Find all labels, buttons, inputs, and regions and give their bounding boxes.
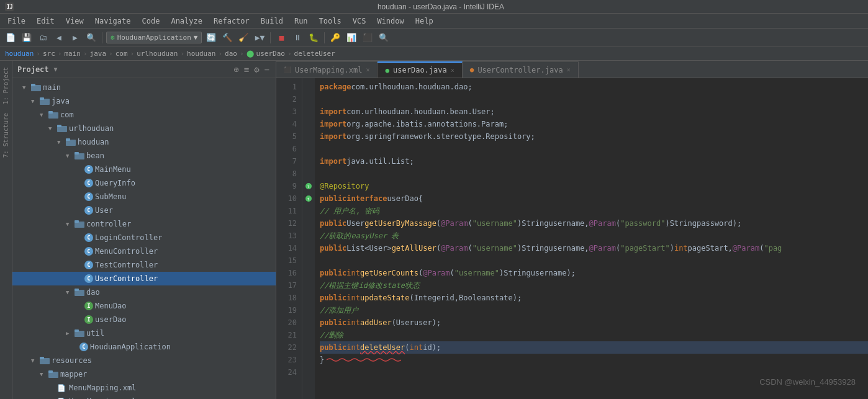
gutter-bookmark-10[interactable]: ↑ xyxy=(302,192,315,205)
breadcrumb-main[interactable]: main xyxy=(64,50,81,58)
toolbar-coverage-btn[interactable]: 📊 xyxy=(345,31,358,45)
tree-item-mapper[interactable]: ▼ mapper xyxy=(12,367,276,381)
panel-locate-btn[interactable]: ⊕ xyxy=(232,65,240,74)
toolbar-debug-btn[interactable]: 🐛 xyxy=(307,31,320,45)
tree-item-main[interactable]: ▼ main xyxy=(12,81,276,94)
tab-usercontroller[interactable]: ● UserController.java × xyxy=(463,61,579,78)
toolbar-back-btn[interactable]: ◀ xyxy=(52,31,66,45)
tree-item-houduanapp[interactable]: C HouduanApplication xyxy=(12,340,276,354)
tree-item-util[interactable]: ▶ util xyxy=(12,326,276,340)
toolbar-new-btn[interactable]: 📄 xyxy=(4,31,17,45)
icon-menucontroller: C xyxy=(84,247,93,256)
tab-usermapping[interactable]: ⬛ UserMapping.xml × xyxy=(276,61,377,78)
code-line-2 xyxy=(320,93,868,105)
toolbar-stop-btn[interactable]: ■ xyxy=(274,31,288,45)
tree-item-mainmenu[interactable]: C MainMenu xyxy=(12,163,276,176)
menu-run[interactable]: Run xyxy=(289,16,313,27)
tab-userdao[interactable]: ● userDao.java × xyxy=(377,61,462,78)
menu-refactor[interactable]: Refactor xyxy=(209,16,255,27)
tree-item-dao[interactable]: ▼ dao xyxy=(12,285,276,299)
code-line-6 xyxy=(320,143,868,155)
tab-icon-userdao: ● xyxy=(385,66,389,74)
breadcrumb-dao[interactable]: dao xyxy=(225,50,237,58)
tab-close-userdao[interactable]: × xyxy=(451,67,454,74)
breadcrumb-src[interactable]: src xyxy=(43,50,55,58)
sidebar-tab-structure[interactable]: 7: Structure xyxy=(1,109,11,161)
tree-item-com[interactable]: ▼ com xyxy=(12,108,276,122)
menu-analyze[interactable]: Analyze xyxy=(166,16,207,27)
menu-vcs[interactable]: VCS xyxy=(348,16,371,27)
icon-testcontroller: C xyxy=(84,261,93,269)
tab-label-usercontroller: UserController.java xyxy=(477,66,563,74)
tree-item-urlhouduan[interactable]: ▼ urlhouduan xyxy=(12,122,276,135)
toolbar-key-btn[interactable]: 🔑 xyxy=(328,31,342,45)
tree-item-submenu[interactable]: C SubMenu xyxy=(12,190,276,204)
breadcrumb-houduan[interactable]: houduan xyxy=(5,50,34,58)
menu-tools[interactable]: Tools xyxy=(314,16,346,27)
tree-item-queryinfo[interactable]: C QueryInfo xyxy=(12,176,276,190)
toolbar-build2-btn[interactable]: 🔨 xyxy=(220,31,234,45)
menu-window[interactable]: Window xyxy=(372,16,409,27)
tree-item-userdao[interactable]: I userDao xyxy=(12,313,276,326)
tree-item-controller[interactable]: ▼ controller xyxy=(12,217,276,231)
menu-edit[interactable]: Edit xyxy=(32,16,60,27)
panel-sort-btn[interactable]: ≡ xyxy=(243,65,250,74)
tree-label-queryinfo: QueryInfo xyxy=(95,179,135,187)
tree-item-logincontroller[interactable]: C LoginController xyxy=(12,231,276,244)
tree-item-testcontroller[interactable]: C TestController xyxy=(12,258,276,272)
toolbar-find-btn[interactable]: 🔍 xyxy=(84,31,98,45)
toolbar-forward-btn[interactable]: ▶ xyxy=(68,31,82,45)
svg-rect-7 xyxy=(48,111,53,114)
code-editor[interactable]: 1 2 3 4 5 6 7 8 9 10 11 12 13 14 15 16 1… xyxy=(276,78,868,399)
panel-minimize-btn[interactable]: − xyxy=(263,65,271,74)
tree-item-resources[interactable]: ▼ resources xyxy=(12,354,276,367)
tree-item-usermapping[interactable]: 📄 UserMapping.xml xyxy=(12,395,276,399)
breadcrumb-userdao[interactable]: ⬤ xyxy=(246,50,254,58)
tree-item-bean[interactable]: ▼ bean xyxy=(12,149,276,163)
breadcrumb-com[interactable]: com xyxy=(115,50,128,58)
gutter-bookmark-9[interactable]: ↑ xyxy=(302,180,315,192)
breadcrumb-urlhouduan[interactable]: urlhouduan xyxy=(137,50,178,58)
panel-settings-btn[interactable]: ⚙ xyxy=(253,65,260,74)
tab-close-usermapping[interactable]: × xyxy=(366,66,369,73)
breadcrumb-userdao-label[interactable]: userDao xyxy=(256,50,285,58)
tree-item-usercontroller[interactable]: C UserController xyxy=(12,272,276,285)
code-content[interactable]: package com.urlhouduan.houduan.dao; impo… xyxy=(315,78,868,399)
tab-close-usercontroller[interactable]: × xyxy=(567,66,571,73)
breadcrumb-java[interactable]: java xyxy=(90,50,107,58)
toolbar-app-dropdown[interactable]: ⚙ HouduanApplication ▼ xyxy=(106,32,202,43)
tree-item-menucontroller[interactable]: C MenuController xyxy=(12,244,276,258)
menu-navigate[interactable]: Navigate xyxy=(90,16,136,27)
menu-build[interactable]: Build xyxy=(256,16,288,27)
icon-menudao: I xyxy=(84,302,93,310)
menu-file[interactable]: File xyxy=(2,16,30,27)
tree-label-java: java xyxy=(52,97,70,105)
tree-item-menudao[interactable]: I MenuDao xyxy=(12,299,276,313)
menu-view[interactable]: View xyxy=(61,16,89,27)
menu-help[interactable]: Help xyxy=(410,16,438,27)
tree-item-user[interactable]: C User xyxy=(12,204,276,217)
toolbar-run-dropdown-btn[interactable]: ▶▼ xyxy=(253,31,266,45)
code-line-17: //根据主键id修改state状态 xyxy=(320,279,868,292)
code-line-19: //添加用户 xyxy=(320,304,868,316)
code-line-8 xyxy=(320,168,868,180)
icon-houduanapp: C xyxy=(79,343,88,351)
tree-item-menumapping[interactable]: 📄 MenuMapping.xml xyxy=(12,381,276,395)
svg-text:↑: ↑ xyxy=(307,196,310,202)
tab-icon-usercontroller: ● xyxy=(470,66,474,74)
toolbar-sync-btn[interactable]: 🔄 xyxy=(204,31,218,45)
breadcrumb-houduan2[interactable]: houduan xyxy=(187,50,215,58)
toolbar-suspend-btn[interactable]: ⏸ xyxy=(291,31,304,45)
tree-item-houduan[interactable]: ▼ houduan xyxy=(12,135,276,149)
sidebar-tab-project[interactable]: 1: Project xyxy=(1,63,11,108)
toolbar-save-all-btn[interactable]: 🗂 xyxy=(36,31,50,45)
svg-rect-9 xyxy=(57,125,61,127)
breadcrumb-deleteuser[interactable]: deleteUser xyxy=(294,50,335,58)
tree-item-java[interactable]: ▼ java xyxy=(12,94,276,108)
toolbar-search2-btn[interactable]: 🔍 xyxy=(377,31,391,45)
menu-code[interactable]: Code xyxy=(137,16,165,27)
toolbar-save-btn[interactable]: 💾 xyxy=(20,31,34,45)
toolbar-terminal-btn[interactable]: ⬛ xyxy=(361,31,374,45)
toolbar-clean-btn[interactable]: 🧹 xyxy=(237,31,250,45)
icon-queryinfo: C xyxy=(84,179,93,187)
